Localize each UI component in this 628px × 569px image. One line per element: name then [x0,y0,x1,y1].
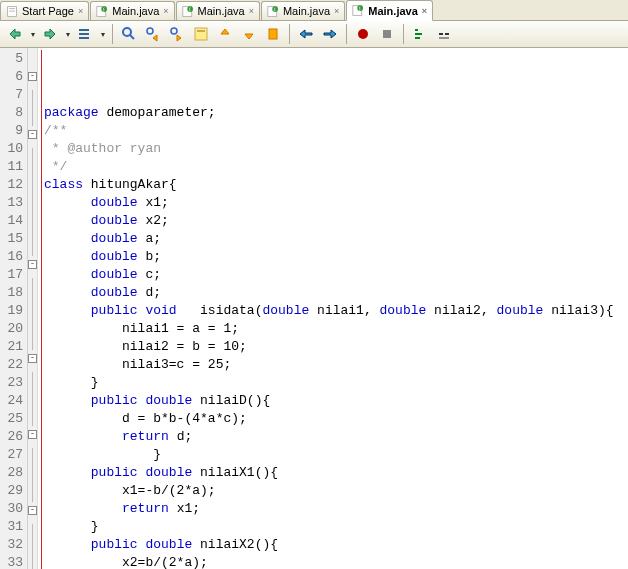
fold-guide [32,390,33,408]
margin-guide [41,50,42,569]
line-number: 21 [2,338,23,356]
uncomment-button[interactable] [433,23,455,45]
dropdown-icon[interactable]: ▾ [98,30,107,39]
stop-macro-button[interactable] [376,23,398,45]
line-number: 8 [2,104,23,122]
code-line[interactable]: nilai2 = b = 10; [44,338,628,356]
code-line[interactable]: * @author ryan [44,140,628,158]
record-macro-button[interactable] [352,23,374,45]
fold-guide [32,202,33,220]
svg-rect-1 [9,8,15,9]
tab-bar: Start Page×Main.java×Main.java×Main.java… [0,0,628,21]
code-line[interactable]: double x2; [44,212,628,230]
code-line[interactable]: return x1; [44,500,628,518]
fold-guide [32,108,33,126]
close-icon[interactable]: × [334,6,339,16]
fold-toggle-icon[interactable]: - [28,260,37,269]
close-icon[interactable]: × [78,6,83,16]
line-number: 14 [2,212,23,230]
code-line[interactable]: double d; [44,284,628,302]
code-line[interactable]: /** [44,122,628,140]
fold-toggle-icon[interactable]: - [28,506,37,515]
fold-guide [32,408,33,426]
code-line[interactable]: double a; [44,230,628,248]
code-line[interactable]: d = b*b-(4*a*c); [44,410,628,428]
code-line[interactable]: } [44,374,628,392]
code-line[interactable]: public void isidata(double nilai1, doubl… [44,302,628,320]
close-icon[interactable]: × [422,6,427,16]
comment-button[interactable] [409,23,431,45]
fold-toggle-icon[interactable]: - [28,430,37,439]
code-line[interactable]: */ [44,158,628,176]
code-line[interactable]: public double nilaiX1(){ [44,464,628,482]
code-line[interactable]: double c; [44,266,628,284]
fold-toggle-icon[interactable]: - [28,72,37,81]
code-line[interactable]: double x1; [44,194,628,212]
tab-2[interactable]: Main.java× [176,1,260,20]
close-icon[interactable]: × [249,6,254,16]
svg-rect-18 [197,30,205,32]
line-number: 31 [2,518,23,536]
svg-rect-11 [79,29,89,31]
code-line[interactable]: } [44,446,628,464]
code-line[interactable]: return d; [44,428,628,446]
fold-toggle-icon[interactable]: - [28,354,37,363]
tab-1[interactable]: Main.java× [90,1,174,20]
fold-gutter[interactable]: ------ [28,48,38,569]
list-button[interactable] [74,23,96,45]
line-number: 12 [2,176,23,194]
page-icon [6,5,19,18]
find-button[interactable] [118,23,140,45]
dropdown-icon[interactable]: ▾ [28,30,37,39]
code-line[interactable]: nilai1 = a = 1; [44,320,628,338]
code-editor[interactable]: 5678910111213141516171819202122232425262… [0,48,628,569]
fold-toggle-icon[interactable]: - [28,130,37,139]
shift-right-button[interactable] [319,23,341,45]
bookmark-toggle-button[interactable] [262,23,284,45]
fold-guide [32,166,33,184]
find-prev-button[interactable] [142,23,164,45]
code-line[interactable]: } [44,518,628,536]
tab-4[interactable]: Main.java× [346,0,433,21]
bookmark-prev-button[interactable] [214,23,236,45]
dropdown-icon[interactable]: ▾ [63,30,72,39]
line-number: 5 [2,50,23,68]
fold-guide [32,184,33,202]
svg-point-16 [171,28,177,34]
code-line[interactable]: double b; [44,248,628,266]
svg-point-20 [358,29,368,39]
fold-guide [32,278,33,296]
code-line[interactable]: public double nilaiD(){ [44,392,628,410]
tab-3[interactable]: Main.java× [261,1,345,20]
tab-label: Main.java [198,5,245,17]
fold-guide [32,238,33,256]
find-next-button[interactable] [166,23,188,45]
line-number: 13 [2,194,23,212]
bookmark-next-button[interactable] [238,23,260,45]
code-line[interactable]: x2=b/(2*a); [44,554,628,569]
code-line[interactable]: class hitungAkar{ [44,176,628,194]
line-number: 20 [2,320,23,338]
line-number: 11 [2,158,23,176]
svg-rect-12 [79,33,89,35]
fold-guide [32,296,33,314]
close-icon[interactable]: × [163,6,168,16]
shift-left-button[interactable] [295,23,317,45]
code-area[interactable]: package demoparameter;/** * @author ryan… [38,48,628,569]
code-line[interactable]: nilai3=c = 25; [44,356,628,374]
java-file-icon [96,5,109,18]
code-line[interactable]: x1=-b/(2*a); [44,482,628,500]
fold-guide [32,484,33,502]
code-line[interactable]: package demoparameter; [44,104,628,122]
line-number: 27 [2,446,23,464]
line-number: 33 [2,554,23,569]
forward-button[interactable] [39,23,61,45]
back-button[interactable] [4,23,26,45]
line-number: 24 [2,392,23,410]
toolbar: ▾ ▾ ▾ [0,21,628,48]
separator [346,24,347,44]
tab-0[interactable]: Start Page× [0,1,89,20]
line-number: 16 [2,248,23,266]
code-line[interactable]: public double nilaiX2(){ [44,536,628,554]
highlight-button[interactable] [190,23,212,45]
